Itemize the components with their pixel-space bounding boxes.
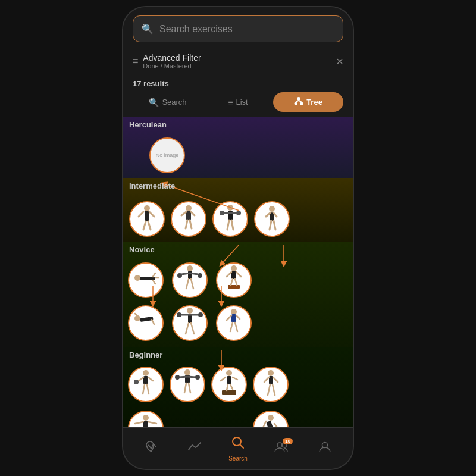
svg-line-71 bbox=[230, 322, 233, 331]
search-bar-container: 🔍 Search exercises bbox=[123, 7, 353, 48]
svg-line-31 bbox=[274, 221, 275, 230]
svg-line-66 bbox=[191, 323, 194, 334]
node-beginner-1-1[interactable] bbox=[128, 367, 164, 402]
node-beginner-1-4[interactable] bbox=[253, 367, 289, 402]
svg-line-101 bbox=[273, 384, 275, 395]
node-novice-1-2[interactable] bbox=[172, 262, 208, 298]
health-icon bbox=[144, 440, 158, 457]
svg-rect-93 bbox=[222, 390, 236, 395]
node-beginner-1-2[interactable] bbox=[170, 367, 205, 402]
svg-line-114 bbox=[240, 444, 244, 448]
list-tab-icon: ≡ bbox=[228, 98, 233, 107]
svg-line-28 bbox=[266, 212, 271, 217]
node-novice-2-1[interactable] bbox=[128, 305, 164, 341]
svg-point-117 bbox=[322, 442, 328, 447]
search-icon: 🔍 bbox=[142, 23, 154, 35]
node-intermediate-1[interactable] bbox=[129, 201, 165, 237]
level-beginner: Beginner bbox=[123, 347, 353, 427]
search-tab-icon: 🔍 bbox=[149, 98, 159, 107]
node-novice-2-2[interactable] bbox=[172, 305, 208, 341]
nav-profile[interactable] bbox=[303, 440, 347, 457]
svg-line-72 bbox=[235, 322, 237, 331]
node-novice-1-1[interactable] bbox=[128, 262, 164, 298]
node-beginner-1-3[interactable] bbox=[211, 367, 247, 402]
filter-subtitle: Done / Mastered bbox=[143, 62, 201, 70]
svg-line-17 bbox=[190, 220, 192, 228]
svg-line-54 bbox=[231, 279, 233, 285]
tab-list[interactable]: ≡ List bbox=[203, 93, 273, 111]
profile-icon bbox=[318, 440, 331, 457]
results-count: 17 results bbox=[133, 79, 169, 88]
svg-point-18 bbox=[227, 205, 233, 211]
svg-line-112 bbox=[274, 424, 279, 427]
svg-point-26 bbox=[269, 206, 275, 212]
svg-line-25 bbox=[231, 220, 233, 230]
filter-left: ≡ Advanced Filter Done / Mastered bbox=[133, 53, 201, 70]
svg-line-38 bbox=[153, 273, 155, 277]
svg-point-86 bbox=[195, 375, 200, 380]
svg-rect-53 bbox=[228, 285, 240, 289]
filter-title: Advanced Filter bbox=[143, 53, 201, 62]
tab-list-label: List bbox=[236, 98, 248, 107]
view-tabs: 🔍 Search ≡ List Tree bbox=[123, 92, 353, 117]
novice-row2 bbox=[123, 303, 353, 347]
svg-line-48 bbox=[191, 279, 193, 289]
level-intermediate-label: Intermediate bbox=[123, 178, 353, 194]
svg-line-14 bbox=[181, 212, 186, 215]
node-herculean-1[interactable]: No image bbox=[149, 137, 185, 173]
search-placeholder: Search exercises bbox=[159, 24, 233, 35]
nav-search[interactable]: Search bbox=[216, 436, 259, 462]
filter-close-button[interactable]: × bbox=[336, 55, 343, 68]
svg-line-105 bbox=[148, 422, 156, 424]
svg-line-59 bbox=[152, 320, 154, 324]
nav-group[interactable]: 10 bbox=[260, 440, 303, 457]
svg-point-49 bbox=[231, 265, 237, 271]
svg-point-12 bbox=[186, 205, 192, 211]
group-badge-wrap: 10 bbox=[274, 440, 289, 457]
svg-point-108 bbox=[268, 415, 274, 421]
svg-line-83 bbox=[179, 377, 187, 377]
search-nav-icon bbox=[231, 436, 245, 453]
svg-point-96 bbox=[268, 370, 274, 376]
svg-line-51 bbox=[227, 272, 231, 277]
node-beginner-2-4[interactable] bbox=[253, 411, 289, 427]
svg-point-77 bbox=[134, 380, 139, 384]
svg-point-36 bbox=[134, 275, 140, 281]
svg-line-44 bbox=[190, 273, 198, 274]
intermediate-nodes bbox=[123, 194, 353, 242]
svg-line-10 bbox=[143, 221, 146, 230]
node-beginner-2-1[interactable] bbox=[128, 411, 164, 427]
nav-health[interactable] bbox=[129, 440, 173, 457]
node-intermediate-4[interactable] bbox=[254, 201, 290, 237]
svg-point-102 bbox=[143, 415, 149, 421]
tab-tree[interactable]: Tree bbox=[273, 92, 343, 112]
svg-point-64 bbox=[198, 312, 203, 317]
search-nav-label: Search bbox=[228, 455, 248, 462]
svg-line-30 bbox=[270, 221, 271, 230]
svg-line-111 bbox=[261, 421, 267, 427]
svg-point-60 bbox=[187, 308, 193, 314]
svg-point-23 bbox=[236, 211, 241, 215]
svg-line-69 bbox=[227, 315, 231, 320]
group-badge: 10 bbox=[283, 438, 293, 444]
node-novice-2-3[interactable] bbox=[216, 305, 252, 341]
chart-icon bbox=[187, 440, 202, 457]
tree-area[interactable]: Herculean No image Intermediate bbox=[123, 117, 353, 427]
tree-tab-icon bbox=[294, 96, 303, 108]
nav-chart[interactable] bbox=[173, 440, 216, 457]
node-intermediate-3[interactable] bbox=[212, 201, 248, 237]
svg-point-74 bbox=[143, 370, 149, 376]
tab-search[interactable]: 🔍 Search bbox=[133, 93, 203, 111]
svg-line-79 bbox=[143, 384, 145, 394]
filter-row: ≡ Advanced Filter Done / Mastered × bbox=[123, 48, 353, 76]
node-novice-1-3[interactable] bbox=[216, 262, 252, 298]
level-beginner-label: Beginner bbox=[123, 347, 353, 363]
svg-line-11 bbox=[148, 221, 151, 230]
svg-line-94 bbox=[227, 384, 228, 390]
search-bar[interactable]: 🔍 Search exercises bbox=[133, 15, 343, 42]
results-header: 17 results bbox=[123, 76, 353, 92]
svg-point-115 bbox=[277, 443, 282, 447]
node-intermediate-2[interactable] bbox=[171, 201, 206, 237]
svg-point-22 bbox=[220, 211, 224, 215]
novice-row1 bbox=[123, 258, 353, 303]
